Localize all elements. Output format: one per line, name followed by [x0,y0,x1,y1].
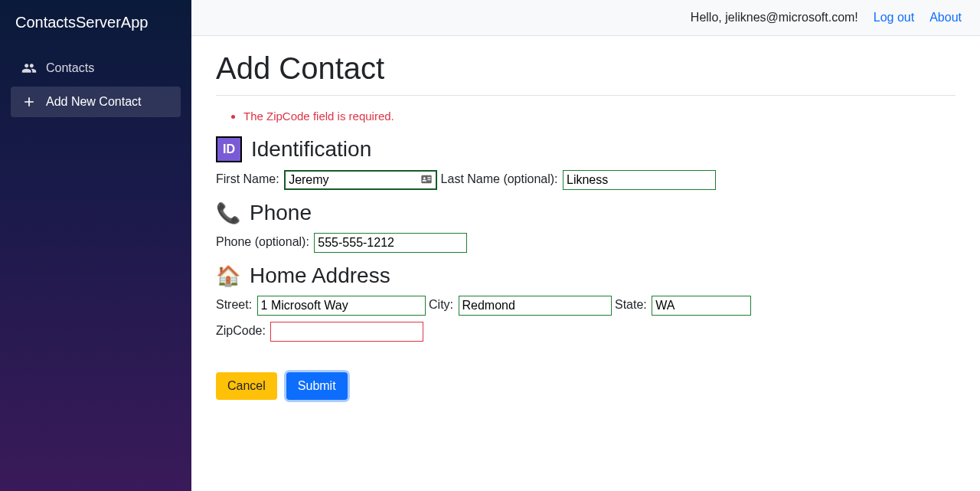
section-home-heading: 🏠 Home Address [216,264,956,288]
id-icon: ID [216,136,242,162]
first-name-input[interactable] [284,170,437,190]
sidebar-item-add-new-contact[interactable]: Add New Contact [11,87,181,117]
house-icon: 🏠 [216,266,240,286]
about-link[interactable]: About [929,11,962,25]
logout-link[interactable]: Log out [874,11,914,25]
submit-button[interactable]: Submit [286,372,348,400]
people-icon [21,61,37,76]
first-name-label: First Name: [216,172,279,185]
street-input[interactable] [257,296,426,316]
phone-label: Phone (optional): [216,235,309,248]
section-home-label: Home Address [250,264,390,288]
topbar: Hello, jeliknes@microsoft.com! Log out A… [191,0,980,36]
validation-message: The ZipCode field is required. [243,110,956,123]
zip-input[interactable] [270,322,423,342]
sidebar-item-label: Contacts [46,61,94,75]
last-name-label: Last Name (optional): [441,172,558,185]
sidebar-item-contacts[interactable]: Contacts [11,53,181,83]
divider [216,95,956,96]
phone-icon: 📞 [216,203,240,223]
app-title: ContactsServerApp [0,0,191,45]
section-phone-label: Phone [250,201,312,225]
street-label: Street: [216,298,252,311]
zip-label: ZipCode: [216,324,266,337]
phone-input[interactable] [314,233,467,253]
last-name-input[interactable] [563,170,716,190]
main: Hello, jeliknes@microsoft.com! Log out A… [191,0,980,491]
section-phone-heading: 📞 Phone [216,201,956,225]
city-label: City: [429,298,453,311]
validation-summary: The ZipCode field is required. [230,110,956,123]
state-label: State: [615,298,647,311]
section-identification-heading: ID Identification [216,136,956,162]
plus-icon [21,94,37,110]
cancel-button[interactable]: Cancel [216,372,277,400]
sidebar-item-label: Add New Contact [46,95,142,109]
page-title: Add Contact [216,51,956,86]
state-input[interactable] [652,296,751,316]
section-identification-label: Identification [251,137,371,162]
sidebar-nav: Contacts Add New Contact [0,45,191,128]
content: Add Contact The ZipCode field is require… [191,36,980,415]
city-input[interactable] [459,296,612,316]
sidebar: ContactsServerApp Contacts Add New Conta… [0,0,191,491]
form-buttons: Cancel Submit [216,372,956,400]
user-greeting: Hello, jeliknes@microsoft.com! [691,11,858,25]
